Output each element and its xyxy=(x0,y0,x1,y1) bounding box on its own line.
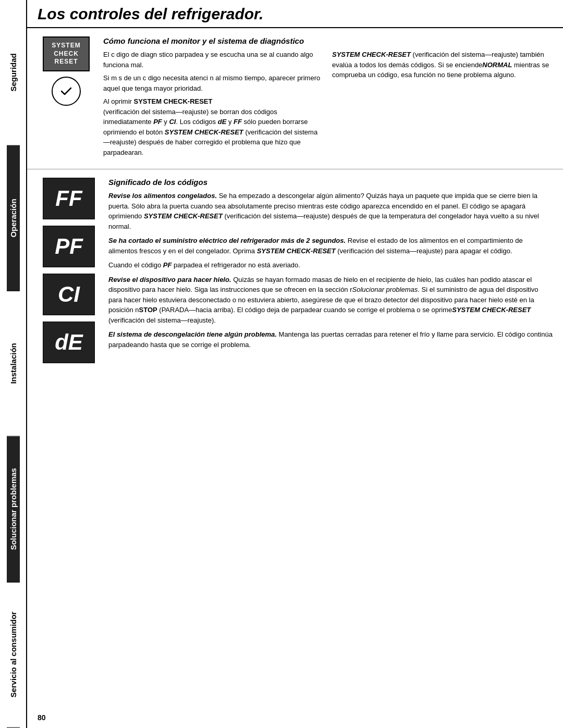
section1-two-col: El c digo de diagn stico parpadea y se e… xyxy=(103,50,553,161)
sidebar-seguridad: Seguridad xyxy=(7,0,20,145)
page-title-bar: Los controles del refrigerador. xyxy=(27,0,563,28)
main-content: Los controles del refrigerador. SYSTEMCH… xyxy=(27,0,563,728)
sidebar-servicio: Servicio al consumidor xyxy=(7,582,20,728)
code-ff: FF xyxy=(43,178,95,219)
section1-right-col: SYSTEM CHECK-RESET (verificación del sis… xyxy=(332,50,553,161)
section1-p3: Al oprimir SYSTEM CHECK-RESET (verificac… xyxy=(103,96,324,157)
section-codes: FF PF CI dE Significado de los códigos R… xyxy=(27,169,563,375)
section1-title: Cómo funciona el monitor y el sistema de… xyxy=(103,36,553,45)
sidebar-instalacion: Instalación xyxy=(7,291,20,437)
code-de: dE xyxy=(43,322,95,363)
content-area: SYSTEMCHECKRESET Cómo funciona el monito… xyxy=(27,28,563,375)
section-monitor: SYSTEMCHECKRESET Cómo funciona el monito… xyxy=(27,28,563,169)
sidebar-solucionar: Solucionar problemas xyxy=(7,437,20,583)
section2-p1: Revise los alimentos congelados. Se ha e… xyxy=(108,191,553,231)
codes-images: FF PF CI dE xyxy=(38,178,100,366)
section1-text: Cómo funciona el monitor y el sistema de… xyxy=(103,36,553,161)
section1-p1: El c digo de diagn stico parpadea y se e… xyxy=(103,50,324,70)
code-pf: PF xyxy=(43,226,95,267)
page-title: Los controles del refrigerador. xyxy=(38,5,553,23)
check-circle-icon xyxy=(52,77,81,106)
section2-text: Significado de los códigos Revise los al… xyxy=(108,178,553,366)
section2-p5: El sistema de descongelación tiene algún… xyxy=(108,329,553,350)
section2-p3: Cuando el código PF parpadea el refriger… xyxy=(108,260,553,270)
system-check-button-image: SYSTEMCHECKRESET xyxy=(43,36,90,71)
section1-images: SYSTEMCHECKRESET xyxy=(38,36,95,161)
section2-p4: Revise el dispositivo para hacer hielo. … xyxy=(108,275,553,326)
sidebar: Seguridad Operación Instalación Solucion… xyxy=(0,0,27,728)
section1-right-p1: SYSTEM CHECK-RESET (verificación del sis… xyxy=(332,50,553,80)
section1-p2: Si m s de un c digo necesita atenci n al… xyxy=(103,73,324,93)
sidebar-operacion: Operación xyxy=(7,145,20,291)
page-number: 80 xyxy=(27,707,563,728)
section2-p2: Se ha cortado el suministro eléctrico de… xyxy=(108,236,553,256)
code-ci: CI xyxy=(43,274,95,315)
section1-left-col: El c digo de diagn stico parpadea y se e… xyxy=(103,50,324,161)
section2-title: Significado de los códigos xyxy=(108,178,553,187)
